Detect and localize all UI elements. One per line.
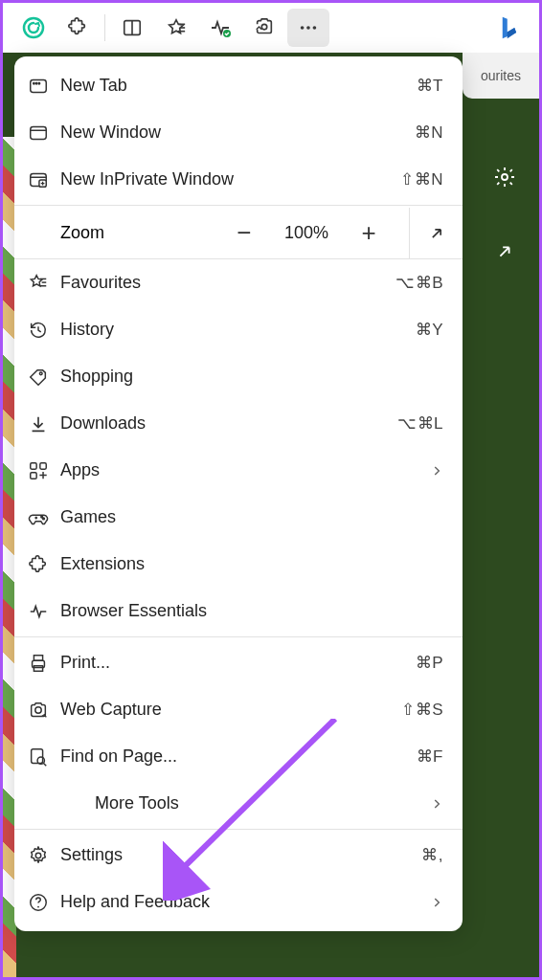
menu-item-shopping[interactable]: Shopping — [14, 353, 463, 400]
menu-item-shortcut: ⌘T — [417, 76, 443, 96]
expand-icon[interactable] — [491, 238, 518, 265]
menu-item-label: New Window — [60, 122, 415, 143]
new-tab-icon — [28, 76, 60, 97]
menu-item-web-capture[interactable]: Web Capture ⇧⌘S — [14, 686, 463, 733]
menu-item-label: Find on Page... — [60, 746, 417, 767]
menu-item-games[interactable]: Games — [14, 494, 463, 541]
svg-rect-31 — [34, 655, 42, 660]
menu-item-label: Games — [60, 507, 443, 527]
camera-icon — [28, 700, 60, 721]
menu-item-find-on-page[interactable]: Find on Page... ⌘F — [14, 733, 463, 780]
chevron-right-icon — [430, 896, 443, 909]
print-icon — [28, 653, 60, 674]
fullscreen-button[interactable] — [409, 208, 463, 259]
settings-and-more-menu: New Tab ⌘T New Window ⌘N New InPrivate W… — [14, 56, 463, 931]
favourites-bar-fragment: ourites — [463, 53, 539, 99]
downloads-icon — [28, 413, 60, 434]
menu-item-new-tab[interactable]: New Tab ⌘T — [14, 62, 463, 109]
toolbar-separator — [104, 14, 105, 41]
gear-icon[interactable] — [491, 164, 518, 190]
menu-item-label: Browser Essentials — [60, 601, 443, 621]
split-screen-icon[interactable] — [111, 9, 153, 47]
browser-essentials-toolbar-icon[interactable] — [199, 9, 241, 47]
menu-item-favourites[interactable]: Favourites ⌥⌘B — [14, 259, 463, 306]
svg-point-9 — [306, 26, 310, 30]
svg-rect-25 — [31, 462, 36, 468]
menu-item-history[interactable]: History ⌘Y — [14, 306, 463, 353]
svg-point-10 — [313, 26, 317, 30]
more-menu-button[interactable] — [287, 9, 329, 47]
menu-item-shortcut: ⌘, — [421, 845, 443, 865]
find-icon — [28, 746, 60, 768]
menu-divider — [14, 636, 463, 637]
menu-item-label: More Tools — [95, 793, 430, 813]
svg-point-24 — [39, 371, 42, 374]
zoom-value: 100% — [284, 223, 328, 243]
svg-rect-27 — [31, 472, 36, 478]
menu-divider — [14, 829, 463, 830]
menu-item-new-window[interactable]: New Window ⌘N — [14, 109, 463, 156]
menu-item-label: Shopping — [60, 367, 443, 387]
svg-rect-12 — [31, 79, 47, 92]
menu-item-more-tools[interactable]: More Tools — [14, 780, 463, 827]
menu-item-apps[interactable]: Apps — [14, 447, 463, 494]
menu-item-help-feedback[interactable]: Help and Feedback — [14, 879, 463, 925]
extensions-icon — [28, 554, 60, 575]
zoom-in-button[interactable]: + — [351, 218, 386, 248]
sidebar-background-icons — [491, 164, 518, 265]
menu-item-label: New InPrivate Window — [60, 169, 400, 189]
inprivate-icon — [28, 169, 60, 190]
menu-item-label: Settings — [60, 845, 421, 865]
svg-point-8 — [301, 26, 305, 30]
svg-point-0 — [24, 18, 43, 37]
svg-point-28 — [41, 516, 43, 518]
zoom-label: Zoom — [14, 223, 177, 243]
menu-item-shortcut: ⌘F — [417, 746, 443, 767]
heartbeat-icon — [28, 601, 60, 622]
zoom-out-button[interactable]: − — [227, 218, 261, 248]
menu-item-shortcut: ⌘N — [415, 122, 443, 143]
svg-point-36 — [35, 853, 41, 858]
menu-item-new-inprivate[interactable]: New InPrivate Window ⇧⌘N — [14, 156, 463, 203]
favourites-bar-label: ourites — [481, 68, 521, 83]
menu-item-shortcut: ⌥⌘B — [395, 273, 443, 293]
menu-item-shortcut: ⌥⌘L — [397, 413, 443, 434]
help-icon — [28, 892, 60, 913]
web-capture-toolbar-icon[interactable] — [243, 9, 285, 47]
favourites-toolbar-icon[interactable] — [155, 9, 197, 47]
svg-point-7 — [261, 24, 267, 29]
menu-item-settings[interactable]: Settings ⌘, — [14, 832, 463, 879]
browser-toolbar — [3, 3, 539, 53]
menu-item-browser-essentials[interactable]: Browser Essentials — [14, 588, 463, 635]
bing-icon[interactable] — [487, 9, 530, 47]
chevron-right-icon — [430, 797, 443, 811]
svg-point-11 — [502, 174, 508, 180]
svg-point-38 — [37, 905, 39, 907]
svg-point-13 — [34, 82, 34, 83]
menu-item-label: Extensions — [60, 554, 443, 574]
menu-item-shortcut: ⇧⌘S — [401, 700, 443, 720]
grammarly-icon[interactable] — [12, 9, 55, 47]
svg-point-29 — [43, 518, 45, 520]
menu-item-label: Print... — [60, 653, 416, 673]
menu-item-label: Help and Feedback — [60, 892, 430, 912]
menu-item-shortcut: ⌘P — [416, 653, 443, 673]
menu-item-downloads[interactable]: Downloads ⌥⌘L — [14, 400, 463, 447]
menu-item-zoom: Zoom − 100% + — [14, 208, 463, 259]
svg-point-14 — [35, 82, 36, 83]
games-icon — [28, 507, 60, 528]
menu-item-label: Downloads — [60, 413, 397, 434]
menu-item-label: Web Capture — [60, 700, 401, 720]
svg-point-33 — [35, 706, 41, 712]
menu-divider — [14, 205, 463, 206]
apps-icon — [28, 460, 60, 481]
menu-item-extensions[interactable]: Extensions — [14, 541, 463, 588]
menu-item-label: Favourites — [60, 273, 395, 293]
menu-item-shortcut: ⇧⌘N — [400, 169, 443, 189]
svg-rect-32 — [34, 665, 42, 671]
menu-item-label: History — [60, 320, 416, 340]
extensions-toolbar-icon[interactable] — [56, 9, 99, 47]
history-icon — [28, 320, 60, 341]
favourites-icon — [28, 273, 60, 294]
menu-item-print[interactable]: Print... ⌘P — [14, 639, 463, 686]
